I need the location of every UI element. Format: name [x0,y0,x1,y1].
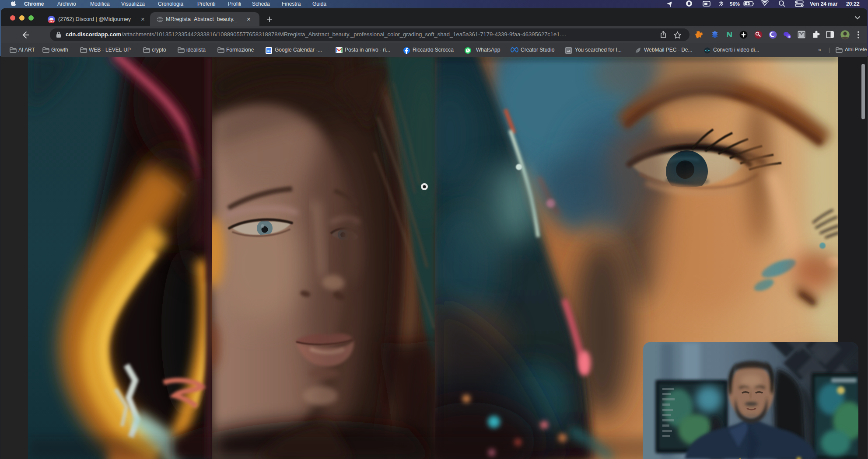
svg-text:⚡ TIRISINЯ: ⚡ TIRISINЯ [731,457,796,459]
svg-text:Ven 24 mar: Ven 24 mar [810,1,838,7]
svg-text:2K+: 2K+ [49,20,54,23]
svg-text:31: 31 [267,49,271,53]
svg-text:56%: 56% [730,1,740,7]
svg-text:20:22: 20:22 [846,1,860,7]
